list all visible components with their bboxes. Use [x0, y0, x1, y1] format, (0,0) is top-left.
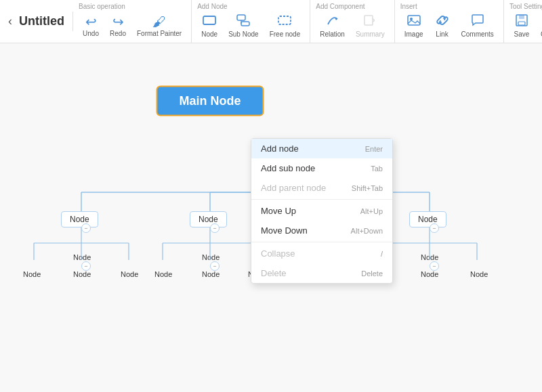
collapse-dot-mid-midleft2[interactable]: − [210, 261, 220, 271]
group-items-component: Relation Summary [316, 12, 389, 40]
ctx-divider-2 [251, 242, 392, 242]
ctx-add-node-label: Add node [261, 144, 299, 154]
undo-icon: ↩ [85, 15, 97, 28]
collapse-dot-right[interactable]: − [430, 223, 439, 233]
group-items-basic: ↩ Undo ↪ Redo 🖌 Format Painter [79, 12, 186, 40]
relation-label: Relation [320, 30, 345, 38]
node-label: Node [201, 30, 217, 38]
sub-node-label: Sub Node [228, 30, 258, 38]
node-box-midleft[interactable]: Node [190, 211, 227, 227]
toolbar-groups: Basic operation ↩ Undo ↪ Redo 🖌 Format P… [73, 0, 542, 43]
svg-rect-6 [364, 16, 373, 25]
collapse-button[interactable]: Collapse [537, 12, 542, 39]
summary-label: Summary [356, 30, 385, 38]
ctx-delete-label: Delete [261, 268, 287, 278]
group-items-addnode: Node Sub Node Free node [197, 12, 304, 40]
svg-rect-10 [519, 15, 524, 19]
group-add-component: Add Component Relation Summary [310, 0, 395, 43]
ctx-add-node[interactable]: Add node Enter [251, 139, 392, 158]
group-insert: Insert Image Link [395, 0, 504, 43]
bottom-node-4: Node [154, 270, 172, 278]
ctx-add-node-shortcut: Enter [365, 145, 383, 153]
mid-node-left: Node [73, 253, 91, 261]
document-title: Untitled [19, 14, 64, 28]
node-icon [202, 14, 217, 29]
bottom-node-2: Node [73, 270, 91, 278]
main-node-label: Main Node [179, 94, 241, 108]
format-painter-icon: 🖌 [152, 15, 166, 28]
relation-button[interactable]: Relation [316, 12, 349, 39]
comments-button[interactable]: Comments [457, 12, 498, 39]
format-painter-button[interactable]: 🖌 Format Painter [133, 14, 186, 39]
format-painter-label: Format Painter [137, 30, 182, 37]
svg-rect-1 [237, 15, 245, 20]
context-menu: Add node Enter Add sub node Tab Add pare… [251, 138, 393, 284]
collapse-dot-left[interactable]: − [81, 223, 91, 233]
collapse-dot-mid-left2[interactable]: − [81, 261, 91, 271]
ctx-collapse-label: Collapse [261, 248, 295, 259]
node-box-midleft-label: Node [199, 215, 218, 224]
node-box-left-label: Node [70, 215, 89, 224]
ctx-divider-1 [251, 199, 392, 200]
relation-icon [325, 14, 340, 29]
group-add-node: Add Node Node Sub Node [192, 0, 310, 43]
ctx-move-up-label: Move Up [261, 206, 296, 216]
svg-rect-2 [241, 22, 249, 26]
bottom-node-10: Node [470, 270, 488, 278]
free-node-icon [277, 14, 292, 29]
link-label: Link [436, 30, 448, 38]
image-icon [406, 14, 421, 29]
svg-rect-7 [408, 16, 420, 25]
toolbar-left: ‹ Untitled [5, 12, 73, 31]
ctx-move-down-label: Move Down [261, 225, 308, 236]
ctx-add-parent-node: Add parent node Shift+Tab [251, 178, 392, 198]
bottom-node-1: Node [23, 270, 41, 278]
mid-node-right: Node [421, 253, 438, 261]
bottom-node-3: Node [121, 270, 138, 278]
ctx-move-down[interactable]: Move Down Alt+Down [251, 221, 392, 240]
redo-button[interactable]: ↪ Redo [106, 14, 130, 39]
main-node[interactable]: Main Node [156, 86, 264, 116]
node-button[interactable]: Node [197, 12, 222, 39]
save-label: Save [514, 30, 529, 38]
ctx-collapse-shortcut: / [381, 250, 383, 258]
save-button[interactable]: Save [509, 12, 534, 39]
mid-node-midleft: Node [202, 253, 220, 261]
node-box-right-label: Node [418, 215, 438, 224]
comments-icon [470, 14, 485, 29]
bottom-node-9: Node [421, 270, 438, 278]
redo-label: Redo [110, 30, 126, 37]
free-node-button[interactable]: Free node [266, 12, 305, 39]
sub-node-button[interactable]: Sub Node [224, 12, 262, 39]
group-items-insert: Image Link Comments [400, 12, 498, 40]
bottom-node-5: Node [202, 270, 220, 278]
node-box-right[interactable]: Node [409, 211, 446, 227]
image-button[interactable]: Image [400, 12, 428, 39]
collapse-dot-mid-right2[interactable]: − [430, 261, 439, 271]
link-button[interactable]: Link [430, 12, 455, 39]
comments-label: Comments [461, 30, 494, 38]
group-label-insert: Insert [400, 3, 417, 10]
ctx-add-parent-node-shortcut: Shift+Tab [352, 184, 383, 192]
undo-label: Undo [83, 30, 99, 37]
collapse-dot-midleft[interactable]: − [210, 223, 220, 233]
summary-button[interactable]: Summary [352, 12, 389, 39]
ctx-move-down-shortcut: Alt+Down [351, 227, 383, 235]
undo-button[interactable]: ↩ Undo [79, 14, 103, 39]
ctx-add-parent-node-label: Add parent node [261, 183, 326, 193]
canvas[interactable]: Main Node Node − Node − Node − Node Node… [0, 43, 542, 392]
save-icon [514, 14, 529, 29]
group-items-toolsettings: Save Collapse [509, 12, 542, 40]
svg-rect-4 [278, 16, 291, 24]
group-tool-settings: Tool Settings Save Collapse [504, 0, 542, 43]
ctx-delete-shortcut: Delete [361, 269, 383, 278]
toolbar: ‹ Untitled Basic operation ↩ Undo ↪ Redo… [0, 0, 542, 43]
node-box-left[interactable]: Node [61, 211, 98, 227]
back-button[interactable]: ‹ [5, 12, 15, 31]
ctx-collapse: Collapse / [251, 244, 392, 263]
ctx-add-sub-node-shortcut: Tab [371, 165, 383, 173]
group-label-component: Add Component [316, 3, 364, 10]
ctx-add-sub-node[interactable]: Add sub node Tab [251, 158, 392, 178]
link-icon [435, 14, 450, 29]
ctx-move-up[interactable]: Move Up Alt+Up [251, 201, 392, 221]
